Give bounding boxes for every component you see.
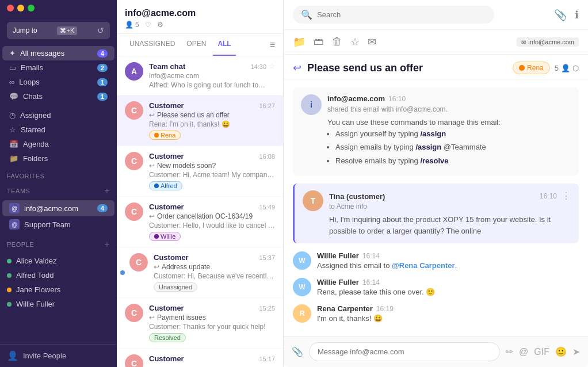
email-subject-bar: ↩ Please send us an offer Rena 5 👤 ⬡ [284, 55, 588, 79]
assignee-chip-4: Willie [149, 232, 181, 241]
status-dot-willie [7, 302, 12, 307]
assignee-name: Rena [527, 64, 544, 72]
sidebar-person-alice[interactable]: Alice Valdez [0, 254, 117, 268]
conv-time-3: 16:08 [259, 153, 275, 160]
favorites-header: FAVORITES [0, 168, 117, 181]
star-icon-1[interactable]: ☆ [269, 62, 275, 70]
paperclip-icon[interactable]: 📎 [554, 9, 567, 21]
sidebar-item-loops[interactable]: ∞ Loops 1 [2, 75, 114, 89]
toolbar-right: ✉ info@acme.com [517, 37, 579, 47]
sidebar-item-starred[interactable]: ☆ Starred [2, 123, 114, 137]
chats-badge: 1 [97, 93, 108, 101]
sidebar: Jump to ⌘+K ↺ ✦ All messages 4 ▭ Emails … [0, 0, 117, 367]
expand-icon[interactable]: ⬡ [572, 64, 579, 72]
assignee-chip-2: Rena [149, 131, 181, 140]
rena-text: I'm on it, thanks! 😀 [317, 314, 579, 323]
app-container: Jump to ⌘+K ↺ ✦ All messages 4 ▭ Emails … [0, 0, 588, 367]
add-team-button[interactable]: + [104, 186, 110, 196]
people-header: PEOPLE + [0, 235, 117, 251]
compose-attachment-icon[interactable]: 📎 [292, 346, 303, 357]
avatar-7: C [125, 354, 143, 367]
assignee-dot [519, 65, 525, 71]
teams-header: TEAMS + [0, 181, 117, 198]
conversation-item-1[interactable]: A Team chat 14:30 info@acme.com Alfred: … [117, 56, 283, 95]
conversation-item-6[interactable]: C Customer 15:25 ↩ Payment issues Custom… [117, 298, 283, 349]
conversation-item-2[interactable]: C Customer 16:27 ↩ Please send us an off… [117, 95, 283, 146]
compose-input[interactable] [309, 342, 500, 361]
activity-willie-msg: W Willie Fuller 16:14 Rena, please take … [293, 278, 579, 296]
conv-time-4: 15:49 [259, 204, 275, 211]
refresh-icon[interactable]: ↺ [97, 26, 104, 35]
conv-time-6: 15:25 [259, 305, 275, 312]
sidebar-item-emails[interactable]: ▭ Emails 2 [2, 60, 114, 75]
status-dot-alfred [7, 273, 12, 278]
conv-subject-1: info@acme.com [149, 72, 266, 80]
search-input[interactable] [317, 10, 486, 19]
rena-name: Rena Carpenter [317, 304, 373, 313]
sidebar-item-all-messages[interactable]: ✦ All messages 4 [2, 46, 114, 60]
info-icon[interactable]: ℹ [575, 9, 579, 21]
willie-name-2: Willie Fuller [317, 278, 359, 286]
sidebar-person-jane[interactable]: Jane Flowers [0, 282, 117, 297]
loops-label: Loops [19, 78, 97, 86]
compose-emoji-icon[interactable]: 🙂 [555, 346, 567, 357]
tab-unassigned[interactable]: UNASSIGNED [125, 34, 180, 56]
rena-avatar: R [293, 304, 311, 323]
conversation-item-3[interactable]: C Customer 16:08 ↩ New models soon? Cust… [117, 146, 283, 197]
tab-all[interactable]: ALL [213, 34, 235, 56]
search-bar[interactable]: 🔍 [293, 6, 494, 24]
filter-button[interactable]: ≡ [270, 34, 275, 56]
tina-avatar: T [303, 190, 323, 211]
compose-send-icon[interactable]: ➤ [572, 346, 580, 357]
email-icon[interactable]: ✉ [368, 36, 376, 48]
willie-avatar-1: W [293, 251, 311, 270]
sidebar-item-assigned[interactable]: ◷ Assigned [2, 108, 114, 123]
willie-label: Willie Fuller [16, 300, 55, 308]
conv-time-1: 14:30 [250, 63, 266, 70]
invite-icon: 👤 [7, 350, 18, 361]
info-subtitle: shared this email with info@acme.com. [327, 105, 571, 113]
messages-area: i info@acme.com 16:10 shared this email … [284, 79, 588, 336]
sidebar-item-agenda[interactable]: 📅 Agenda [2, 137, 114, 151]
tab-open[interactable]: OPEN [182, 34, 211, 56]
tina-text: Hi, I'm inquiring about the product XOPY… [329, 214, 571, 236]
sidebar-item-chats[interactable]: 💬 Chats 1 [2, 89, 114, 104]
conv-preview-4: Customer: Hello, I would like to cancel … [149, 221, 275, 230]
toolbar-left: 📁 🗃 🗑 ☆ ✉ [293, 36, 376, 48]
sidebar-item-info-acme[interactable]: @ info@acme.com 4 [2, 200, 114, 216]
unread-dot-5 [120, 270, 125, 275]
jump-shortcut: ⌘+K [57, 26, 77, 35]
sidebar-item-folders[interactable]: 📁 Folders [2, 151, 114, 166]
sidebar-item-support[interactable]: @ Support Team [2, 216, 114, 232]
add-person-button[interactable]: + [104, 239, 110, 250]
compose-gif-icon[interactable]: GIF [534, 347, 549, 357]
sidebar-person-willie[interactable]: Willie Fuller [0, 297, 117, 311]
compose-format-icon[interactable]: ✏ [506, 346, 513, 357]
inbox-meta: 👤 5 ♡ ⚙ [125, 21, 275, 29]
trash-icon[interactable]: 🗑 [332, 36, 342, 48]
folder-icon[interactable]: 📁 [293, 36, 306, 48]
conversation-item-4[interactable]: C Customer 15:49 ↩ Order cancellation OC… [117, 197, 283, 247]
conversation-item-7[interactable]: C Customer 15:17 [117, 349, 283, 367]
star-toolbar-icon[interactable]: ☆ [350, 36, 360, 48]
alfred-label: Alfred Todd [16, 271, 54, 280]
invite-people-button[interactable]: 👤 Invite People [7, 350, 110, 361]
sidebar-person-alfred[interactable]: Alfred Todd [0, 268, 117, 282]
team-icon-support: @ [9, 219, 20, 230]
conv-name-1: Team chat [149, 62, 185, 71]
assignee-badge[interactable]: Rena [513, 62, 550, 74]
jump-to-button[interactable]: Jump to ⌘+K ↺ [7, 22, 110, 39]
people-icon: 👤 [561, 64, 570, 72]
archive-icon[interactable]: 🗃 [314, 36, 324, 48]
main-panel: 🔍 📎 ℹ 📁 🗃 🗑 ☆ ✉ ✉ info@acme.com [284, 0, 588, 367]
conversation-item-5[interactable]: C Customer 15:37 ↩ Address update Custom… [117, 247, 283, 298]
all-messages-badge: 4 [97, 49, 108, 58]
more-options-icon[interactable]: ⋮ [562, 190, 571, 201]
info-time: 16:10 [388, 95, 406, 103]
conv-name-2: Customer [149, 101, 184, 110]
compose-mention-icon[interactable]: @ [519, 347, 528, 357]
team-badge: ✉ info@acme.com [517, 37, 579, 47]
assignee-chip-3: Alfred [149, 181, 182, 190]
assigned-icon: ◷ [9, 111, 16, 120]
all-messages-icon: ✦ [9, 49, 16, 58]
